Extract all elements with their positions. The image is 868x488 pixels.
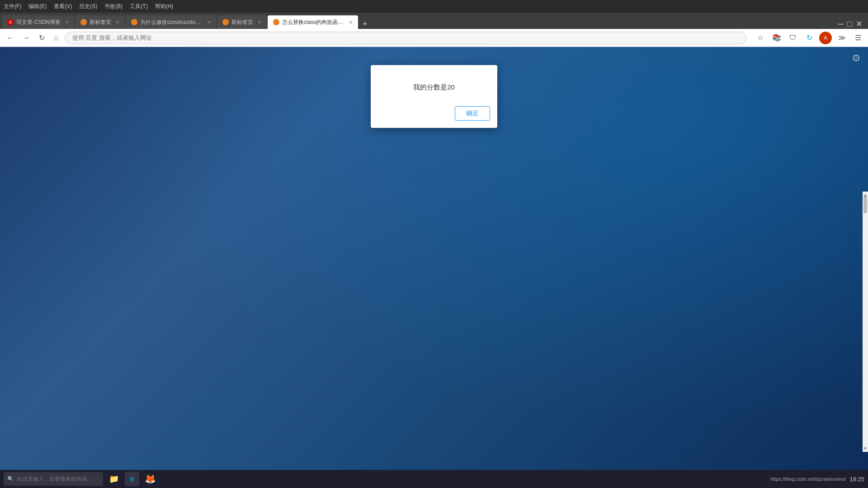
tab-new1[interactable]: 新标签页 ✕ — [75, 15, 125, 29]
tab-new2-label: 新标签页 — [231, 19, 253, 26]
status-url: https://blog.csdn.net/azraelxuemo/ — [770, 476, 846, 482]
tab-add-button[interactable]: + — [359, 19, 371, 29]
tab-constructor-close[interactable]: ✕ — [207, 20, 211, 25]
sync-icon[interactable]: ↻ — [803, 32, 816, 44]
menu-open-icon[interactable]: ☰ — [852, 32, 864, 44]
alert-ok-button[interactable]: 确定 — [455, 106, 490, 121]
avatar-icon[interactable]: A — [819, 32, 832, 44]
address-input[interactable] — [65, 32, 747, 44]
tab-csdn-label: 写文章-CSDN博客 — [16, 19, 61, 26]
taskbar-right: https://blog.csdn.net/azraelxuemo/ 18:25 — [770, 476, 864, 483]
menu-help[interactable]: 帮助(H) — [155, 3, 174, 10]
tab-class-label: 怎么替换class的构造函数_百... — [282, 19, 344, 26]
forward-button[interactable]: → — [20, 32, 33, 44]
alert-overlay: 我的分数是20 确定 — [0, 47, 868, 470]
overflow-icon[interactable]: ≫ — [835, 32, 848, 44]
taskbar: 🔍 📁 e 🦊 https://blog.csdn.net/azraelxuem… — [0, 470, 868, 488]
menu-history[interactable]: 历史(S) — [79, 3, 97, 10]
menu-tools[interactable]: 工具(T) — [130, 3, 147, 10]
tab-csdn[interactable]: C 写文章-CSDN博客 ✕ — [2, 15, 74, 29]
taskbar-app-ie[interactable]: e — [125, 472, 139, 486]
menu-bar: 文件(F) 编辑(E) 查看(V) 历史(S) 书签(B) 工具(T) 帮助(H… — [0, 0, 868, 13]
taskbar-search[interactable]: 🔍 — [4, 472, 103, 486]
alert-dialog: 我的分数是20 确定 — [371, 65, 497, 128]
tab-bar: C 写文章-CSDN博客 ✕ 新标签页 ✕ 为什么修改construcotor为… — [0, 13, 868, 29]
browser-window: 文件(F) 编辑(E) 查看(V) 历史(S) 书签(B) 工具(T) 帮助(H… — [0, 0, 868, 488]
home-button[interactable]: ⌂ — [51, 32, 61, 44]
taskbar-search-input[interactable] — [17, 476, 99, 482]
page-background: ⚙ 我的分数是20 确定 — [0, 47, 868, 470]
reading-list-icon[interactable]: 📚 — [770, 32, 783, 44]
alert-message: 我的分数是20 — [371, 65, 497, 103]
refresh-button[interactable]: ↻ — [36, 32, 47, 44]
shield-icon[interactable]: 🛡 — [787, 32, 799, 44]
tab-new2[interactable]: 新标签页 ✕ — [217, 15, 267, 29]
tab-class[interactable]: 怎么替换class的构造函数_百... ✕ — [268, 15, 358, 29]
tab-class-close[interactable]: ✕ — [349, 20, 353, 25]
tab-constructor-label: 为什么修改construcotor为nu... — [140, 19, 203, 26]
menu-file[interactable]: 文件(F) — [4, 3, 21, 10]
maximize-button[interactable]: □ — [847, 19, 852, 29]
tab-new2-close[interactable]: ✕ — [258, 20, 261, 25]
taskbar-search-icon: 🔍 — [7, 476, 14, 482]
menu-edit[interactable]: 编辑(E) — [28, 3, 47, 10]
tab-csdn-close[interactable]: ✕ — [65, 20, 69, 25]
bookmarks-icon[interactable]: ☆ — [754, 32, 767, 44]
back-button[interactable]: ← — [4, 32, 16, 44]
close-window-button[interactable]: ✕ — [856, 19, 863, 29]
tab-constructor[interactable]: 为什么修改construcotor为nu... ✕ — [126, 15, 216, 29]
tab-new1-close[interactable]: ✕ — [116, 20, 119, 25]
menu-bookmarks[interactable]: 书签(B) — [104, 3, 123, 10]
taskbar-app-explorer[interactable]: 📁 — [107, 472, 121, 486]
minimize-button[interactable]: ─ — [838, 19, 844, 29]
address-bar: ← → ↻ ⌂ ☆ 📚 🛡 ↻ A ≫ ☰ — [0, 29, 868, 47]
browser-body: ⚙ 我的分数是20 确定 ⬚ 🔍 查看器 — [0, 47, 868, 470]
alert-footer: 确定 — [371, 103, 497, 128]
browser-toolbar-icons: ☆ 📚 🛡 ↻ A ≫ ☰ — [754, 32, 864, 44]
taskbar-app-firefox[interactable]: 🦊 — [143, 472, 157, 486]
tab-new1-label: 新标签页 — [90, 19, 111, 26]
taskbar-time: 18:25 — [849, 476, 864, 483]
menu-view[interactable]: 查看(V) — [54, 3, 72, 10]
